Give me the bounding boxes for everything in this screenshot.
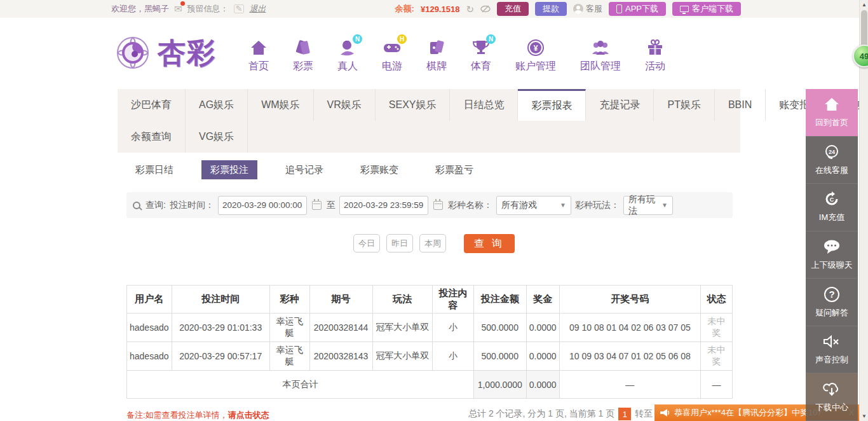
report-tabs-row2: 余额查询 VG娱乐	[118, 121, 740, 153]
tab-ag[interactable]: AG娱乐	[186, 89, 248, 121]
marquee-text: 恭喜用户x***4在【腾讯分分彩】中奖107	[674, 407, 822, 418]
nav-item-cards[interactable]: 棋牌	[414, 38, 459, 73]
note-text: 备注:如需查看投注单详情，请点击状态	[126, 410, 269, 421]
phone-icon	[616, 4, 622, 13]
calendar-icon[interactable]	[433, 201, 443, 210]
nav-item-account[interactable]: ¥ 账户管理	[503, 38, 568, 73]
deposit-button[interactable]: 充值	[497, 2, 529, 16]
query-panel: 查询: 投注时间： 至 彩种名称： 所有游戏▼ 彩种玩法： 所有玩法▼	[126, 192, 733, 218]
sidebar-item-online-service[interactable]: 24 在线客服	[806, 137, 858, 184]
tab-deposit-withdraw-records[interactable]: 充提记录	[586, 89, 654, 121]
note-action[interactable]: 请点击状态	[228, 410, 269, 420]
nav-item-sports[interactable]: N 体育	[459, 38, 503, 73]
pagination-summary: 总计 2 个记录, 分为 1 页, 当前第 1 页	[468, 408, 614, 420]
tab-vg[interactable]: VG娱乐	[186, 121, 248, 153]
cell-play: 冠军大小单双	[372, 314, 433, 342]
nav-item-egames[interactable]: H 电游	[370, 38, 414, 73]
tab-vr[interactable]: VR娱乐	[314, 89, 376, 121]
game-name-label: 彩种名称：	[448, 200, 492, 211]
svg-text:24: 24	[829, 149, 835, 155]
sidebar-item-back-home[interactable]: 回到首页	[806, 89, 858, 137]
nav-item-live[interactable]: N 真人	[325, 38, 370, 73]
time-to-input[interactable]	[339, 196, 428, 215]
sidebar-item-sound-control[interactable]: 声音控制	[806, 326, 858, 374]
today-button[interactable]: 今日	[353, 234, 380, 252]
cell-play: 冠军大小单双	[372, 342, 433, 371]
scroll-up-icon[interactable]: ▲	[860, 2, 868, 8]
cell-bet-time: 2020-03-29 01:01:33	[172, 314, 269, 342]
site-logo[interactable]: 杏彩	[113, 33, 216, 72]
col-lottery: 彩种	[269, 286, 309, 314]
this-week-button[interactable]: 本周	[419, 234, 446, 252]
question-icon: ?	[824, 286, 839, 303]
summary-label: 本页合计	[127, 371, 474, 399]
badge-n: N	[353, 34, 362, 44]
gift-icon	[646, 38, 665, 57]
subtab-lottery-bets[interactable]: 彩票投注	[201, 160, 257, 179]
tab-balance-query[interactable]: 余额查询	[118, 121, 186, 153]
scroll-down-icon[interactable]: ▼	[860, 413, 868, 419]
search-button[interactable]: 查 询	[464, 234, 515, 253]
app-download-button[interactable]: APP下载	[609, 2, 666, 16]
tab-shaba-sports[interactable]: 沙巴体育	[118, 89, 186, 121]
sidebar-item-chat[interactable]: 上下级聊天	[806, 231, 858, 279]
quick-buttons: 今日 昨日 本周 查 询	[0, 234, 868, 253]
eye-hide-icon[interactable]	[480, 4, 491, 14]
subtab-lottery-account-change[interactable]: 彩票账变	[351, 160, 407, 179]
nav-item-home[interactable]: 首页	[236, 38, 281, 73]
floating-sidebar: 回到首页 24 在线客服 C IM充值 上下级聊天 ? 疑问解答	[806, 89, 858, 421]
cards-icon	[427, 38, 446, 57]
tab-lottery-report[interactable]: 彩票报表	[518, 89, 586, 121]
cell-bet-time: 2020-03-29 00:57:17	[172, 342, 269, 371]
ticket-icon	[294, 38, 313, 57]
edit-icon[interactable]: ✎	[234, 4, 245, 13]
page-1-button[interactable]: 1	[618, 408, 631, 420]
nav-item-team[interactable]: 团队管理	[568, 38, 633, 73]
main-nav: 首页 彩票 N 真人 H 电游	[236, 38, 677, 73]
refresh-icon[interactable]: ↻	[466, 4, 474, 14]
tab-sexy[interactable]: SEXY娱乐	[376, 89, 451, 121]
page: 欢迎您，黑蝎子 ✉ 预留信息： ✎ 退出 余额: ¥129.1518 ↻ 充值 …	[0, 0, 868, 421]
sidebar-item-download-center[interactable]: 下载中心	[806, 373, 858, 421]
game-select[interactable]: 所有游戏▼	[496, 196, 571, 215]
client-download-button[interactable]: 客户端下载	[672, 2, 741, 16]
tab-bbin[interactable]: BBIN	[715, 89, 766, 121]
nav-item-lottery[interactable]: 彩票	[281, 38, 325, 73]
recharge-refresh-icon: C	[824, 191, 840, 207]
subtab-lottery-profit-loss[interactable]: 彩票盈亏	[426, 160, 482, 179]
play-select[interactable]: 所有玩法▼	[623, 196, 673, 215]
gamepad-icon: H	[383, 38, 402, 57]
nav-item-promos[interactable]: 活动	[633, 38, 677, 73]
col-bet-time: 投注时间	[172, 286, 269, 314]
welcome-text: 欢迎您，黑蝎子	[111, 3, 169, 15]
withdraw-button[interactable]: 提款	[535, 2, 567, 16]
calendar-icon[interactable]	[312, 201, 322, 210]
tab-daily-summary[interactable]: 日结总览	[450, 89, 518, 121]
cell-bet-amount: 500.0000	[473, 342, 526, 371]
mail-icon[interactable]: ✉	[174, 3, 182, 15]
logout-link[interactable]: 退出	[249, 3, 266, 15]
home-icon	[824, 96, 839, 113]
sidebar-item-faq[interactable]: ? 疑问解答	[806, 279, 858, 326]
cell-lottery: 幸运飞艇	[269, 314, 309, 342]
tab-wm[interactable]: WM娱乐	[248, 89, 313, 121]
megaphone-icon	[660, 408, 670, 417]
subtab-chase-records[interactable]: 追号记录	[276, 160, 332, 179]
col-prize: 奖金	[526, 286, 559, 314]
cell-status[interactable]: 未中奖	[701, 342, 733, 371]
badge-n: N	[486, 34, 496, 44]
home-icon	[249, 38, 268, 57]
reserved-info-label: 预留信息：	[187, 3, 229, 15]
subtab-lottery-daily[interactable]: 彩票日结	[126, 160, 182, 179]
time-from-input[interactable]	[218, 196, 307, 215]
sidebar-item-im-recharge[interactable]: C IM充值	[806, 184, 858, 231]
customer-service-link[interactable]: 客服	[573, 3, 602, 15]
topbar: 欢迎您，黑蝎子 ✉ 预留信息： ✎ 退出 余额: ¥129.1518 ↻ 充值 …	[0, 0, 868, 18]
tab-pt[interactable]: PT娱乐	[654, 89, 714, 121]
cell-draw-numbers: 10 09 03 04 07 01 02 05 06 08	[559, 342, 701, 371]
logo-text: 杏彩	[158, 34, 216, 72]
cell-status[interactable]: 未中奖	[701, 314, 733, 342]
summary-draw-numbers: —	[559, 371, 701, 399]
trophy-icon: N	[471, 38, 491, 57]
yesterday-button[interactable]: 昨日	[386, 234, 413, 252]
